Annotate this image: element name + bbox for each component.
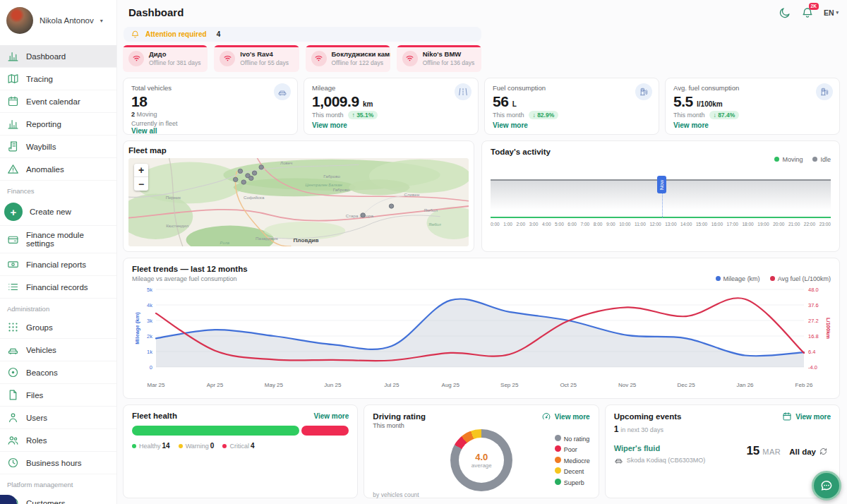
attention-label: Attention required — [145, 30, 207, 38]
wallet-icon — [7, 234, 19, 246]
map-canvas: ЛовечГабровоГабровоЦентрален БалканПерни… — [128, 158, 469, 246]
x-tick-label: 4:00 — [542, 222, 551, 227]
event-item[interactable]: Wiper's fluidSkoda Kodiaq (CB6303MO)15MA… — [614, 444, 831, 464]
svg-text:37.6: 37.6 — [808, 302, 819, 308]
sidebar-item-vehicles[interactable]: Vehicles — [0, 339, 116, 361]
stat-link[interactable]: View more — [493, 121, 651, 129]
x-tick-label: 1:00 — [503, 222, 512, 227]
stat-link[interactable]: View more — [673, 121, 831, 129]
sidebar-item-financial-reports[interactable]: Financial reports — [0, 253, 116, 276]
sidebar-item-reporting[interactable]: Reporting — [0, 113, 116, 136]
events-count: 1in next 30 days — [614, 424, 831, 434]
attention-cards: ДидоOffline for 381 daysIvo's Rav4Offlin… — [123, 45, 481, 72]
legend-item: Healthy14 — [132, 442, 170, 450]
event-when: 15MARAll day — [746, 444, 828, 458]
sidebar-item-financial-records[interactable]: Financial records — [0, 276, 116, 299]
sidebar-item-tracing[interactable]: Tracing — [0, 68, 116, 90]
driving-rating-view-more[interactable]: View more — [541, 412, 590, 421]
stat-subline2: Currently in fleet — [131, 120, 289, 127]
attention-section: Attention required 4 ДидоOffline for 381… — [123, 27, 481, 72]
vehicle-name: Ivo's Rav4 — [240, 50, 289, 58]
svg-text:Габрово: Габрово — [323, 174, 340, 179]
svg-text:Софийска: Софийска — [244, 195, 265, 200]
sidebar-nav: DashboardTracingEvent calendarReportingW… — [0, 45, 116, 504]
avatar[interactable] — [6, 7, 33, 34]
sidebar-item-event-calendar[interactable]: Event calendar — [0, 90, 116, 113]
map-zoom-controls: + − — [134, 164, 148, 191]
user-menu[interactable]: Nikola Antonov ▾ — [0, 0, 116, 45]
svg-text:5k: 5k — [147, 287, 152, 293]
vehicle-status: Offline for 381 days — [149, 59, 201, 66]
legend-item: Avg fuel (L/100km) — [770, 275, 831, 282]
svg-text:Sep 25: Sep 25 — [500, 382, 519, 388]
stat-link[interactable]: View all — [131, 127, 289, 135]
x-tick-label: 13:00 — [665, 222, 676, 227]
x-tick-label: 2:00 — [516, 222, 525, 227]
attention-vehicle-card[interactable]: Боклуджиски камионOffline for 122 days — [306, 45, 390, 72]
sidebar-item-anomalies[interactable]: Anomalies — [0, 158, 116, 181]
x-tick-label: 7:00 — [581, 222, 590, 227]
sidebar-item-roles[interactable]: Roles — [0, 429, 116, 452]
upcoming-events-view-more[interactable]: View more — [782, 412, 831, 421]
sidebar-item-dashboard[interactable]: Dashboard — [0, 45, 116, 68]
sidebar-item-label: Financial records — [26, 283, 88, 292]
svg-text:Пловдив: Пловдив — [294, 237, 319, 244]
language-selector[interactable]: EN ▾ — [824, 8, 839, 17]
sidebar-item-waybills[interactable]: Waybills — [0, 136, 116, 158]
attention-vehicle-card[interactable]: Niko's BMWOffline for 136 days — [397, 45, 481, 72]
sidebar-item-users[interactable]: Users — [0, 407, 116, 429]
car-icon — [7, 344, 19, 356]
sidebar-item-create-new[interactable]: +Create new — [0, 198, 116, 226]
fleet-map-title: Fleet map — [128, 146, 469, 155]
vehicle-name: Боклуджиски камион — [332, 50, 390, 58]
sidebar-item-label: Financial reports — [26, 260, 86, 269]
x-tick-label: 12:00 — [649, 222, 661, 227]
legend-item: Critical4 — [222, 442, 254, 450]
stat-value: 56 L — [493, 94, 651, 109]
svg-text:Централен Балкан: Централен Балкан — [305, 184, 342, 188]
sidebar-item-customers[interactable]: Customers — [0, 492, 116, 504]
attention-vehicle-card[interactable]: ДидоOffline for 381 days — [123, 45, 208, 72]
notifications-button[interactable]: 2K — [801, 6, 814, 19]
svg-text:Apr 25: Apr 25 — [207, 382, 224, 388]
fleet-health-card: Fleet health View more Healthy14Warning0… — [123, 404, 358, 498]
fleet-map-card: Fleet map ЛовечГабровоГабровоЦентрален Б… — [123, 140, 474, 252]
chat-fab-button[interactable] — [812, 471, 841, 500]
sidebar-item-label: Roles — [26, 436, 47, 445]
x-tick-label: 19:00 — [757, 222, 769, 227]
stat-period-row: This month↓ 82.9% — [493, 111, 651, 119]
event-title[interactable]: Wiper's fluid — [614, 444, 706, 452]
sidebar-item-label: Dashboard — [26, 52, 66, 61]
events-count-value: 1 — [614, 424, 619, 434]
stat-link[interactable]: View more — [312, 121, 470, 129]
sidebar-item-files[interactable]: Files — [0, 384, 116, 407]
x-tick-label: 5:00 — [555, 222, 564, 227]
dark-mode-toggle[interactable] — [779, 6, 791, 19]
legend-item: Decent — [555, 467, 590, 475]
attention-vehicle-card[interactable]: Ivo's Rav4Offline for 55 days — [214, 45, 299, 72]
sidebar-item-groups[interactable]: Groups — [0, 316, 116, 339]
sidebar-item-label: Files — [26, 391, 43, 400]
sidebar-item-beacons[interactable]: Beacons — [0, 361, 116, 384]
stat-value: 1,009.9 km — [312, 94, 470, 109]
sidebar-item-business-hours[interactable]: Business hours — [0, 452, 116, 474]
sidebar-section-title: Administration — [0, 299, 116, 316]
alert-bar — [397, 45, 481, 47]
sidebar-item-finance-module-settings[interactable]: Finance module settings — [0, 226, 116, 253]
fleet-map[interactable]: ЛовечГабровоГабровоЦентрален БалканПерни… — [128, 158, 469, 246]
stat-value: 5.5 l/100km — [673, 94, 831, 109]
fleet-health-view-more[interactable]: View more — [313, 412, 349, 420]
repeat-icon — [819, 447, 828, 456]
user-name: Nikola Antonov — [40, 16, 94, 25]
svg-text:Mileage (km): Mileage (km) — [134, 312, 140, 344]
zoom-in-button[interactable]: + — [134, 164, 148, 177]
stat-card-fuel-consumption: Fuel consumption56 LThis month↓ 82.9%Vie… — [484, 78, 659, 135]
users-icon — [7, 434, 19, 446]
svg-text:Feb 26: Feb 26 — [795, 382, 813, 388]
attention-banner[interactable]: Attention required 4 — [124, 27, 481, 42]
svg-text:Oct 25: Oct 25 — [560, 382, 577, 388]
svg-text:6.4: 6.4 — [808, 349, 815, 355]
fleet-health-bar — [132, 426, 349, 436]
svg-text:Сливен: Сливен — [404, 192, 419, 197]
zoom-out-button[interactable]: − — [134, 177, 148, 191]
